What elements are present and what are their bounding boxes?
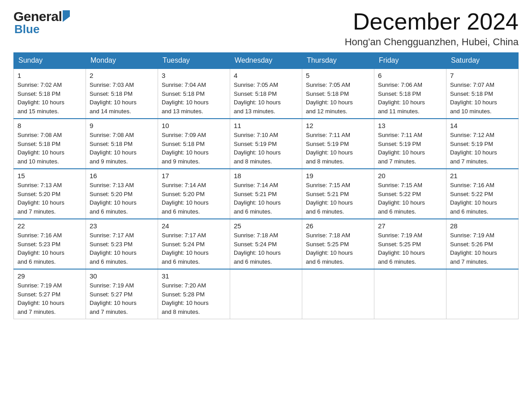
day-info: Sunrise: 7:18 AMSunset: 5:25 PMDaylight:… bbox=[306, 232, 353, 265]
calendar-cell: 12 Sunrise: 7:11 AMSunset: 5:19 PMDaylig… bbox=[302, 119, 374, 169]
calendar-cell: 18 Sunrise: 7:14 AMSunset: 5:21 PMDaylig… bbox=[230, 169, 302, 219]
week-row-2: 8 Sunrise: 7:08 AMSunset: 5:18 PMDayligh… bbox=[14, 119, 519, 169]
page-header: General Blue December 2024 Hong'an Cheng… bbox=[13, 9, 519, 48]
calendar-table: SundayMondayTuesdayWednesdayThursdayFrid… bbox=[13, 52, 519, 319]
day-number: 18 bbox=[234, 172, 298, 180]
day-number: 24 bbox=[162, 222, 226, 230]
day-info: Sunrise: 7:13 AMSunset: 5:20 PMDaylight:… bbox=[17, 182, 64, 215]
title-area: December 2024 Hong'an Chengguanzhen, Hub… bbox=[345, 9, 519, 48]
weekday-tuesday: Tuesday bbox=[158, 53, 230, 69]
calendar-cell: 7 Sunrise: 7:07 AMSunset: 5:18 PMDayligh… bbox=[446, 68, 519, 119]
calendar-cell: 21 Sunrise: 7:16 AMSunset: 5:22 PMDaylig… bbox=[446, 169, 519, 219]
day-info: Sunrise: 7:08 AMSunset: 5:18 PMDaylight:… bbox=[90, 132, 137, 165]
weekday-saturday: Saturday bbox=[446, 53, 519, 69]
day-number: 26 bbox=[306, 222, 370, 230]
calendar-cell bbox=[230, 269, 302, 319]
day-number: 21 bbox=[450, 172, 515, 180]
day-info: Sunrise: 7:17 AMSunset: 5:23 PMDaylight:… bbox=[90, 232, 137, 265]
day-number: 14 bbox=[450, 122, 515, 129]
calendar-cell: 9 Sunrise: 7:08 AMSunset: 5:18 PMDayligh… bbox=[86, 119, 158, 169]
calendar-cell: 8 Sunrise: 7:08 AMSunset: 5:18 PMDayligh… bbox=[14, 119, 86, 169]
logo-arrow-icon bbox=[63, 10, 73, 22]
day-number: 11 bbox=[234, 122, 298, 129]
day-number: 12 bbox=[306, 122, 370, 129]
calendar-cell: 5 Sunrise: 7:05 AMSunset: 5:18 PMDayligh… bbox=[302, 68, 374, 119]
day-info: Sunrise: 7:07 AMSunset: 5:18 PMDaylight:… bbox=[450, 81, 497, 115]
calendar-cell: 27 Sunrise: 7:19 AMSunset: 5:25 PMDaylig… bbox=[374, 219, 446, 269]
calendar-cell: 4 Sunrise: 7:05 AMSunset: 5:18 PMDayligh… bbox=[230, 68, 302, 119]
day-number: 5 bbox=[306, 72, 370, 79]
day-number: 1 bbox=[17, 72, 82, 79]
day-info: Sunrise: 7:11 AMSunset: 5:19 PMDaylight:… bbox=[306, 132, 353, 165]
week-row-1: 1 Sunrise: 7:02 AMSunset: 5:18 PMDayligh… bbox=[14, 68, 519, 119]
day-info: Sunrise: 7:05 AMSunset: 5:18 PMDaylight:… bbox=[234, 81, 281, 115]
day-info: Sunrise: 7:05 AMSunset: 5:18 PMDaylight:… bbox=[306, 81, 353, 115]
logo: General Blue bbox=[13, 9, 73, 36]
day-info: Sunrise: 7:19 AMSunset: 5:27 PMDaylight:… bbox=[90, 282, 137, 315]
day-number: 17 bbox=[162, 172, 226, 180]
day-number: 4 bbox=[234, 72, 298, 79]
calendar-cell: 17 Sunrise: 7:14 AMSunset: 5:20 PMDaylig… bbox=[158, 169, 230, 219]
weekday-sunday: Sunday bbox=[14, 53, 86, 69]
day-number: 7 bbox=[450, 72, 515, 79]
calendar-cell: 19 Sunrise: 7:15 AMSunset: 5:21 PMDaylig… bbox=[302, 169, 374, 219]
day-number: 31 bbox=[162, 272, 226, 280]
day-info: Sunrise: 7:14 AMSunset: 5:21 PMDaylight:… bbox=[234, 182, 281, 215]
day-info: Sunrise: 7:15 AMSunset: 5:21 PMDaylight:… bbox=[306, 182, 353, 215]
day-info: Sunrise: 7:18 AMSunset: 5:24 PMDaylight:… bbox=[234, 232, 281, 265]
day-info: Sunrise: 7:10 AMSunset: 5:19 PMDaylight:… bbox=[234, 132, 281, 165]
month-title: December 2024 bbox=[345, 9, 519, 34]
day-info: Sunrise: 7:15 AMSunset: 5:22 PMDaylight:… bbox=[378, 182, 425, 215]
calendar-cell: 3 Sunrise: 7:04 AMSunset: 5:18 PMDayligh… bbox=[158, 68, 230, 119]
calendar-cell bbox=[374, 269, 446, 319]
day-info: Sunrise: 7:17 AMSunset: 5:24 PMDaylight:… bbox=[162, 232, 209, 265]
day-number: 20 bbox=[378, 172, 442, 180]
calendar-cell: 2 Sunrise: 7:03 AMSunset: 5:18 PMDayligh… bbox=[86, 68, 158, 119]
day-number: 3 bbox=[162, 72, 226, 79]
day-info: Sunrise: 7:02 AMSunset: 5:18 PMDaylight:… bbox=[17, 81, 64, 115]
calendar-cell: 22 Sunrise: 7:16 AMSunset: 5:23 PMDaylig… bbox=[14, 219, 86, 269]
day-info: Sunrise: 7:19 AMSunset: 5:25 PMDaylight:… bbox=[378, 232, 425, 265]
day-info: Sunrise: 7:16 AMSunset: 5:22 PMDaylight:… bbox=[450, 182, 497, 215]
day-info: Sunrise: 7:08 AMSunset: 5:18 PMDaylight:… bbox=[17, 132, 64, 165]
calendar-cell: 15 Sunrise: 7:13 AMSunset: 5:20 PMDaylig… bbox=[14, 169, 86, 219]
day-number: 13 bbox=[378, 122, 442, 129]
calendar-cell: 25 Sunrise: 7:18 AMSunset: 5:24 PMDaylig… bbox=[230, 219, 302, 269]
day-number: 2 bbox=[90, 72, 154, 79]
day-number: 27 bbox=[378, 222, 442, 230]
calendar-cell: 16 Sunrise: 7:13 AMSunset: 5:20 PMDaylig… bbox=[86, 169, 158, 219]
weekday-monday: Monday bbox=[86, 53, 158, 69]
weekday-thursday: Thursday bbox=[302, 53, 374, 69]
day-number: 25 bbox=[234, 222, 298, 230]
day-number: 28 bbox=[450, 222, 515, 230]
logo-text-general: General bbox=[13, 9, 62, 24]
week-row-5: 29 Sunrise: 7:19 AMSunset: 5:27 PMDaylig… bbox=[14, 269, 519, 319]
calendar-cell: 13 Sunrise: 7:11 AMSunset: 5:19 PMDaylig… bbox=[374, 119, 446, 169]
day-number: 29 bbox=[17, 272, 82, 280]
calendar-cell: 26 Sunrise: 7:18 AMSunset: 5:25 PMDaylig… bbox=[302, 219, 374, 269]
day-info: Sunrise: 7:12 AMSunset: 5:19 PMDaylight:… bbox=[450, 132, 497, 165]
day-number: 22 bbox=[17, 222, 82, 230]
day-info: Sunrise: 7:16 AMSunset: 5:23 PMDaylight:… bbox=[17, 232, 64, 265]
week-row-3: 15 Sunrise: 7:13 AMSunset: 5:20 PMDaylig… bbox=[14, 169, 519, 219]
day-info: Sunrise: 7:19 AMSunset: 5:26 PMDaylight:… bbox=[450, 232, 497, 265]
calendar-cell: 31 Sunrise: 7:20 AMSunset: 5:28 PMDaylig… bbox=[158, 269, 230, 319]
day-number: 8 bbox=[17, 122, 82, 129]
day-number: 15 bbox=[17, 172, 82, 180]
calendar-cell: 24 Sunrise: 7:17 AMSunset: 5:24 PMDaylig… bbox=[158, 219, 230, 269]
day-number: 30 bbox=[90, 272, 154, 280]
day-info: Sunrise: 7:20 AMSunset: 5:28 PMDaylight:… bbox=[162, 282, 209, 315]
calendar-cell: 29 Sunrise: 7:19 AMSunset: 5:27 PMDaylig… bbox=[14, 269, 86, 319]
logo-text-blue: Blue bbox=[13, 22, 39, 36]
location-title: Hong'an Chengguanzhen, Hubei, China bbox=[345, 36, 519, 48]
day-info: Sunrise: 7:09 AMSunset: 5:18 PMDaylight:… bbox=[162, 132, 209, 165]
week-row-4: 22 Sunrise: 7:16 AMSunset: 5:23 PMDaylig… bbox=[14, 219, 519, 269]
day-number: 16 bbox=[90, 172, 154, 180]
day-number: 19 bbox=[306, 172, 370, 180]
weekday-header-row: SundayMondayTuesdayWednesdayThursdayFrid… bbox=[14, 53, 519, 69]
day-number: 23 bbox=[90, 222, 154, 230]
svg-marker-0 bbox=[63, 10, 70, 22]
calendar-cell bbox=[302, 269, 374, 319]
calendar-cell: 28 Sunrise: 7:19 AMSunset: 5:26 PMDaylig… bbox=[446, 219, 519, 269]
calendar-cell: 23 Sunrise: 7:17 AMSunset: 5:23 PMDaylig… bbox=[86, 219, 158, 269]
